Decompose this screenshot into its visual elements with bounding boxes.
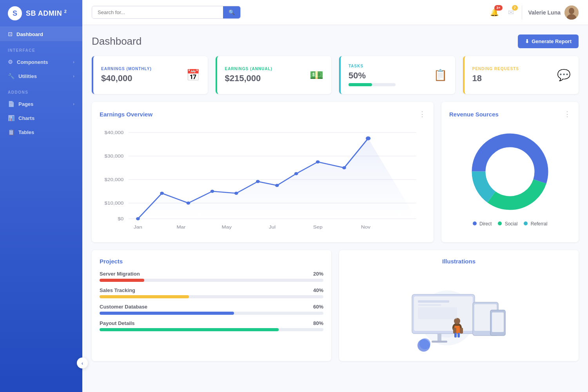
projects-title: Projects xyxy=(100,258,123,265)
svg-rect-39 xyxy=(432,341,447,343)
project-progress-bar-wrap xyxy=(100,279,323,282)
svg-text:$20,000: $20,000 xyxy=(105,177,124,182)
sidebar-item-utilities[interactable]: 🔧 Utilities › xyxy=(0,69,82,83)
stat-value: $215,000 xyxy=(225,73,272,83)
avatar xyxy=(564,5,579,20)
messages-badge: 7 xyxy=(512,5,518,11)
alerts-badge: 3+ xyxy=(494,5,502,11)
dollar-icon: 💵 xyxy=(310,69,323,82)
sidebar-toggle-button[interactable]: ‹ xyxy=(77,358,88,368)
charts-icon: 📊 xyxy=(8,115,15,121)
svg-point-19 xyxy=(136,217,140,220)
svg-point-27 xyxy=(316,160,320,163)
stat-cards: EARNINGS (MONTHLY) $40,000 📅 EARNINGS (A… xyxy=(92,56,579,94)
svg-point-20 xyxy=(160,192,164,195)
svg-rect-50 xyxy=(457,333,460,338)
illustrations-card: Illustrations xyxy=(339,250,579,361)
utilities-icon: 🔧 xyxy=(8,73,15,79)
legend-direct: Direct xyxy=(473,221,492,227)
revenue-sources-title: Revenue Sources xyxy=(449,111,499,118)
sidebar-brand[interactable]: S SB ADMIN 2 xyxy=(0,0,82,27)
search-icon: 🔍 xyxy=(229,9,235,15)
legend-dot-direct xyxy=(473,221,477,225)
stat-label: TASKS xyxy=(348,64,396,68)
project-name: Payout Details xyxy=(100,320,135,326)
user-name: Valerie Luna xyxy=(528,9,561,16)
legend-label-referral: Referral xyxy=(531,221,548,227)
earnings-overview-title: Earnings Overview xyxy=(100,111,152,118)
project-header: Sales Tracking 40% xyxy=(100,287,323,293)
project-name: Server Migration xyxy=(100,271,140,277)
legend-label-direct: Direct xyxy=(479,221,492,227)
svg-text:Sep: Sep xyxy=(313,225,323,230)
user-info[interactable]: Valerie Luna xyxy=(528,5,579,20)
search-input[interactable] xyxy=(92,6,223,18)
sidebar-item-label: Utilities xyxy=(18,73,37,79)
sidebar-item-charts[interactable]: 📊 Charts xyxy=(0,111,82,125)
svg-text:$0: $0 xyxy=(118,216,123,221)
components-icon: ⚙ xyxy=(8,59,13,65)
project-percent: 60% xyxy=(313,304,323,310)
donut-chart-svg xyxy=(467,129,553,215)
sidebar-item-dashboard[interactable]: ⊡ Dashboard xyxy=(0,27,82,41)
sidebar: S SB ADMIN 2 ⊡ Dashboard INTERFACE ⚙ Com… xyxy=(0,0,82,392)
project-header: Customer Database 60% xyxy=(100,304,323,310)
topbar: 🔍 🔔 3+ ✉ 7 Valerie Luna xyxy=(82,0,588,25)
line-chart-svg: $40,000 $30,000 $20,000 $10,000 $0 Jan M… xyxy=(100,125,426,234)
line-chart-area: $40,000 $30,000 $20,000 $10,000 $0 Jan M… xyxy=(100,125,426,234)
project-progress-bar-wrap xyxy=(100,328,323,331)
generate-report-button[interactable]: ⬇ Generate Report xyxy=(518,34,579,48)
page-content: Dashboard ⬇ Generate Report EARNINGS (MO… xyxy=(82,25,588,392)
project-progress-bar xyxy=(100,312,234,315)
sidebar-item-label: Charts xyxy=(18,115,34,121)
brand-name: SB ADMIN 2 xyxy=(26,9,67,18)
sidebar-section-interface: INTERFACE xyxy=(0,41,82,55)
svg-point-22 xyxy=(211,190,214,193)
alerts-button[interactable]: 🔔 3+ xyxy=(488,7,500,18)
sidebar-item-label: Tables xyxy=(18,129,34,135)
svg-point-24 xyxy=(256,180,260,183)
messages-button[interactable]: ✉ 7 xyxy=(506,7,515,18)
svg-rect-38 xyxy=(437,334,441,341)
projects-card: Projects Server Migration 20% Sales Trac… xyxy=(92,250,331,361)
stat-card-tasks: TASKS 50% 📋 xyxy=(339,56,455,94)
chevron-right-icon: › xyxy=(73,102,74,106)
chevron-right-icon: › xyxy=(73,60,74,64)
search-button[interactable]: 🔍 xyxy=(223,6,240,18)
project-header: Server Migration 20% xyxy=(100,271,323,277)
sidebar-item-pages[interactable]: 📄 Pages › xyxy=(0,97,82,111)
project-row: Customer Database 60% xyxy=(100,304,323,315)
sidebar-item-label: Dashboard xyxy=(16,31,43,37)
svg-rect-51 xyxy=(418,300,449,303)
svg-rect-52 xyxy=(418,304,441,306)
svg-point-21 xyxy=(186,201,190,205)
sidebar-item-components[interactable]: ⚙ Components › xyxy=(0,55,82,69)
sidebar-item-tables[interactable]: 📋 Tables xyxy=(0,125,82,139)
tables-icon: 📋 xyxy=(8,129,15,135)
svg-text:May: May xyxy=(222,225,232,230)
project-row: Server Migration 20% xyxy=(100,271,323,282)
generate-report-label: Generate Report xyxy=(532,38,572,44)
legend-dot-social xyxy=(498,221,502,225)
stat-label: PENDING REQUESTS xyxy=(472,67,519,71)
svg-point-29 xyxy=(366,136,370,140)
project-percent: 20% xyxy=(313,271,323,277)
illustration-svg xyxy=(396,275,522,353)
svg-point-25 xyxy=(275,184,279,187)
calendar-icon: 📅 xyxy=(186,69,200,82)
card-menu-icon[interactable]: ⋮ xyxy=(564,110,571,118)
search-wrapper: 🔍 xyxy=(92,6,241,19)
donut-legend: Direct Social Referral xyxy=(473,221,548,227)
svg-rect-48 xyxy=(460,328,463,334)
stat-card-earnings-monthly: EARNINGS (MONTHLY) $40,000 📅 xyxy=(92,56,208,94)
illustrations-title: Illustrations xyxy=(442,258,475,265)
stat-value: $40,000 xyxy=(101,73,152,83)
stat-label: EARNINGS (ANNUAL) xyxy=(225,67,272,71)
project-name: Customer Database xyxy=(100,304,147,310)
card-menu-icon[interactable]: ⋮ xyxy=(419,110,426,118)
avatar-image xyxy=(564,5,579,20)
topbar-divider xyxy=(522,5,522,20)
topbar-right: 🔔 3+ ✉ 7 Valerie Luna xyxy=(488,5,579,20)
page-title: Dashboard xyxy=(92,35,142,47)
project-name: Sales Tracking xyxy=(100,287,135,293)
